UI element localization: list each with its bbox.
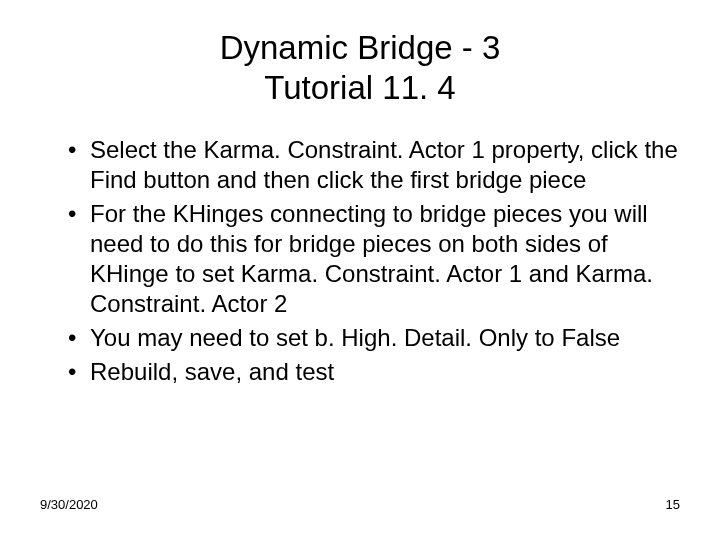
bullet-list: Select the Karma. Constraint. Actor 1 pr… xyxy=(40,135,680,387)
bullet-text: Select the Karma. Constraint. Actor 1 pr… xyxy=(90,136,678,193)
list-item: For the KHinges connecting to bridge pie… xyxy=(68,199,680,319)
title-line-1: Dynamic Bridge - 3 xyxy=(220,29,501,66)
list-item: Select the Karma. Constraint. Actor 1 pr… xyxy=(68,135,680,195)
list-item: You may need to set b. High. Detail. Onl… xyxy=(68,323,680,353)
footer-page-number: 15 xyxy=(666,497,680,512)
bullet-text: You may need to set b. High. Detail. Onl… xyxy=(90,324,620,351)
footer: 9/30/2020 15 xyxy=(40,497,680,512)
list-item: Rebuild, save, and test xyxy=(68,357,680,387)
title-line-2: Tutorial 11. 4 xyxy=(264,69,455,106)
bullet-text: For the KHinges connecting to bridge pie… xyxy=(90,200,653,317)
slide: Dynamic Bridge - 3 Tutorial 11. 4 Select… xyxy=(0,0,720,540)
footer-date: 9/30/2020 xyxy=(40,497,98,512)
bullet-text: Rebuild, save, and test xyxy=(90,358,334,385)
slide-title: Dynamic Bridge - 3 Tutorial 11. 4 xyxy=(40,28,680,107)
